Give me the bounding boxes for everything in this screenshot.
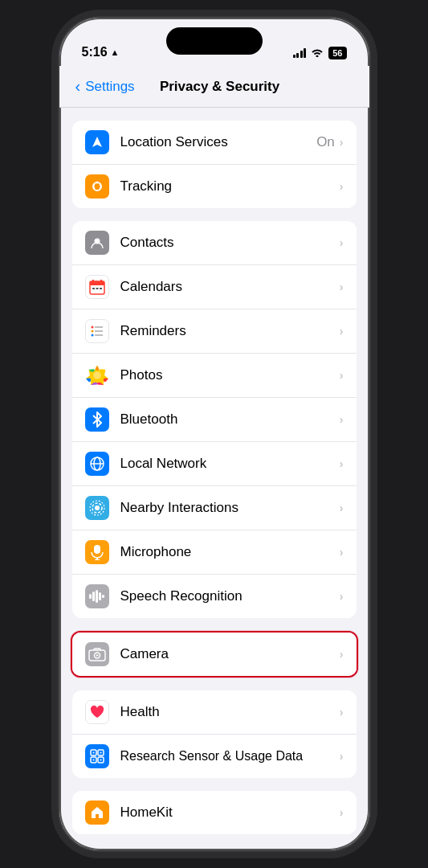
svg-rect-28 (92, 592, 95, 601)
section-permissions: Contacts › Calendars › (72, 221, 357, 618)
content-scroll[interactable]: Location Services On › Tracking › Contac… (59, 108, 369, 850)
reminders-icon (85, 319, 109, 343)
bluetooth-label: Bluetooth (120, 411, 340, 428)
nearby-interactions-chevron: › (340, 502, 344, 514)
calendars-label: Calendars (120, 279, 340, 295)
health-chevron: › (340, 706, 344, 719)
camera-icon (85, 642, 109, 666)
list-item-speech-recognition[interactable]: Speech Recognition › (72, 575, 357, 618)
research-sensor-label: Research Sensor & Usage Data (120, 749, 340, 764)
local-network-chevron: › (340, 457, 344, 470)
tracking-label: Tracking (120, 178, 340, 194)
svg-rect-27 (89, 594, 92, 599)
nearby-interactions-icon (85, 496, 109, 520)
contacts-label: Contacts (120, 235, 340, 251)
photos-label: Photos (120, 367, 340, 383)
svg-rect-8 (96, 288, 98, 289)
svg-point-10 (91, 326, 93, 329)
section-health: Health › Research Sensor & Usage Data › (72, 690, 357, 778)
status-time: 5:16 ▲ (82, 45, 120, 59)
photos-chevron: › (340, 369, 344, 382)
research-sensor-chevron: › (340, 750, 344, 763)
svg-rect-24 (94, 545, 100, 554)
list-item-homekit[interactable]: HomeKit › (72, 791, 357, 834)
health-icon (85, 700, 109, 724)
battery-indicator: 56 (328, 47, 346, 59)
reminders-chevron: › (340, 325, 344, 338)
speech-recognition-chevron: › (340, 590, 344, 603)
phone-frame: 5:16 ▲ 56 ‹ Settings Privacy & Security (58, 16, 371, 852)
health-label: Health (120, 704, 340, 720)
svg-rect-30 (99, 592, 101, 600)
location-services-value: On (316, 134, 335, 150)
svg-point-34 (96, 654, 97, 656)
list-item-microphone[interactable]: Microphone › (72, 530, 357, 575)
list-item-nearby-interactions[interactable]: Nearby Interactions › (72, 486, 357, 530)
svg-point-17 (94, 372, 100, 379)
camera-chevron: › (340, 648, 344, 661)
svg-rect-9 (100, 288, 102, 289)
bluetooth-chevron: › (340, 413, 344, 426)
list-item-local-network[interactable]: Local Network › (72, 442, 357, 486)
homekit-icon (85, 800, 109, 825)
svg-rect-4 (90, 281, 104, 285)
photos-icon (85, 363, 109, 387)
microphone-label: Microphone (120, 544, 340, 560)
calendars-chevron: › (340, 280, 344, 293)
svg-rect-29 (96, 590, 98, 603)
back-label: Settings (85, 79, 134, 95)
bluetooth-icon (85, 407, 109, 432)
dynamic-island (166, 27, 263, 55)
list-item-bluetooth[interactable]: Bluetooth › (72, 398, 357, 442)
page-title: Privacy & Security (135, 79, 305, 95)
list-item-calendars[interactable]: Calendars › (72, 265, 357, 309)
local-network-icon (85, 452, 109, 476)
camera-section: Camera › (71, 631, 358, 678)
tracking-chevron: › (340, 180, 344, 193)
svg-rect-31 (102, 595, 104, 598)
location-services-label: Location Services (120, 134, 317, 150)
microphone-chevron: › (340, 546, 344, 559)
camera-label: Camera (120, 646, 340, 662)
back-button[interactable]: ‹ Settings (75, 77, 135, 96)
nav-bar: ‹ Settings Privacy & Security (59, 66, 369, 108)
nearby-interactions-label: Nearby Interactions (120, 500, 340, 516)
svg-point-21 (95, 506, 100, 510)
back-chevron-icon: ‹ (75, 77, 81, 96)
speech-recognition-icon (85, 584, 109, 608)
signal-icon (293, 48, 307, 58)
location-arrow-icon: ▲ (111, 47, 120, 57)
speech-recognition-label: Speech Recognition (120, 588, 340, 604)
section-location: Location Services On › Tracking › (72, 121, 357, 208)
list-item-research-sensor[interactable]: Research Sensor & Usage Data › (72, 735, 357, 778)
status-icons: 56 (293, 47, 347, 59)
list-item-location-services[interactable]: Location Services On › (72, 121, 357, 165)
time-display: 5:16 (82, 45, 108, 59)
list-item-contacts[interactable]: Contacts › (72, 221, 357, 265)
microphone-icon (85, 540, 109, 564)
homekit-chevron: › (340, 806, 344, 819)
homekit-label: HomeKit (120, 805, 340, 821)
location-services-chevron: › (340, 136, 344, 149)
svg-rect-7 (92, 288, 95, 289)
contacts-chevron: › (340, 236, 344, 249)
svg-point-1 (96, 182, 98, 184)
svg-point-14 (91, 334, 93, 337)
reminders-label: Reminders (120, 323, 340, 339)
svg-point-12 (91, 330, 93, 333)
research-sensor-icon (85, 744, 109, 768)
list-item-reminders[interactable]: Reminders › (72, 309, 357, 354)
tracking-icon (85, 174, 109, 199)
location-services-icon (85, 130, 109, 154)
contacts-icon (85, 231, 109, 255)
list-item-health[interactable]: Health › (72, 690, 357, 735)
calendars-icon (85, 275, 109, 299)
list-item-photos[interactable]: Photos › (72, 354, 357, 398)
list-item-tracking[interactable]: Tracking › (72, 165, 357, 208)
wifi-icon (311, 47, 324, 59)
local-network-label: Local Network (120, 456, 340, 472)
list-item-camera[interactable]: Camera › (72, 633, 357, 676)
